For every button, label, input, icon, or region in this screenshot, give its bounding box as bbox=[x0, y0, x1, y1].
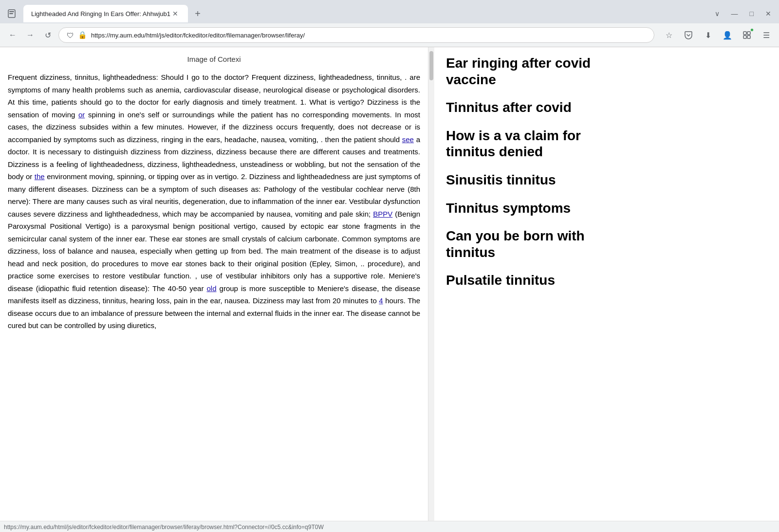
sidebar: Ear ringing after covid vaccine Tinnitus… bbox=[434, 47, 639, 521]
sidebar-item-6[interactable]: Pulsatile tinnitus bbox=[446, 272, 627, 289]
link-or[interactable]: or bbox=[78, 110, 85, 119]
sidebar-item-1[interactable]: Tinnitus after covid bbox=[446, 99, 627, 116]
tab-title: Lightheaded And Ringing In Ears Offer: A… bbox=[31, 10, 170, 18]
profile-button[interactable]: 👤 bbox=[721, 28, 734, 42]
dropdown-button[interactable]: ∨ bbox=[711, 8, 723, 19]
menu-button[interactable]: ☰ bbox=[760, 28, 773, 42]
image-caption: Image of Cortexi bbox=[8, 55, 420, 63]
toolbar-icons: ☆ ⬇ 👤 ☰ bbox=[662, 28, 773, 42]
sidebar-item-4[interactable]: Tinnitus symptoms bbox=[446, 200, 627, 217]
svg-rect-1 bbox=[9, 11, 14, 12]
shield-icon: 🛡 bbox=[67, 31, 74, 39]
link-the[interactable]: the bbox=[35, 172, 45, 181]
status-url: https://my.aum.edu/html/js/editor/fckedi… bbox=[4, 524, 324, 531]
link-see[interactable]: see bbox=[402, 135, 414, 144]
article-body: Frequent dizziness, tinnitus, lightheade… bbox=[8, 71, 420, 332]
back-button[interactable]: ← bbox=[6, 28, 19, 42]
extensions-button[interactable] bbox=[740, 28, 754, 42]
link-bppv[interactable]: BPPV bbox=[373, 210, 392, 218]
url-bar[interactable]: 🛡 🔒 https://my.aum.edu/html/js/editor/fc… bbox=[58, 27, 654, 43]
link-4[interactable]: 4 bbox=[379, 296, 383, 305]
tab-close-button[interactable]: ✕ bbox=[170, 9, 180, 18]
bookmark-button[interactable]: ☆ bbox=[662, 28, 676, 42]
address-bar: ← → ↺ 🛡 🔒 https://my.aum.edu/html/js/edi… bbox=[0, 23, 779, 47]
sidebar-item-2[interactable]: How is a va claim for tinnitus denied bbox=[446, 128, 627, 160]
active-tab[interactable]: Lightheaded And Ringing In Ears Offer: A… bbox=[23, 5, 188, 22]
svg-rect-2 bbox=[9, 13, 13, 14]
sidebar-item-3[interactable]: Sinusitis tinnitus bbox=[446, 172, 627, 188]
new-tab-button[interactable]: + bbox=[190, 6, 205, 21]
main-article: Image of Cortexi Frequent dizziness, tin… bbox=[0, 47, 428, 521]
tab-favicon bbox=[4, 6, 19, 21]
forward-button[interactable]: → bbox=[23, 28, 37, 42]
browser-chrome: Lightheaded And Ringing In Ears Offer: A… bbox=[0, 0, 779, 47]
minimize-button[interactable]: — bbox=[727, 8, 742, 19]
main-scrollbar[interactable] bbox=[428, 47, 434, 521]
page-content: Image of Cortexi Frequent dizziness, tin… bbox=[0, 47, 779, 521]
sidebar-item-5[interactable]: Can you be born with tinnitus bbox=[446, 228, 627, 260]
reload-button[interactable]: ↺ bbox=[41, 28, 55, 42]
download-button[interactable]: ⬇ bbox=[701, 28, 715, 42]
scrollbar-thumb[interactable] bbox=[429, 51, 433, 80]
sidebar-item-0[interactable]: Ear ringing after covid vaccine bbox=[446, 55, 627, 88]
lock-icon: 🔒 bbox=[78, 31, 87, 39]
svg-rect-6 bbox=[747, 36, 750, 38]
svg-rect-3 bbox=[743, 32, 746, 35]
url-text: https://my.aum.edu/html/js/editor/fckedi… bbox=[91, 32, 646, 39]
status-bar: https://my.aum.edu/html/js/editor/fckedi… bbox=[0, 521, 779, 532]
link-old[interactable]: old bbox=[206, 284, 216, 293]
maximize-button[interactable]: □ bbox=[746, 8, 758, 19]
svg-rect-5 bbox=[743, 36, 746, 38]
window-controls: ∨ — □ ✕ bbox=[711, 8, 775, 19]
window-close-button[interactable]: ✕ bbox=[761, 8, 775, 19]
pocket-button[interactable] bbox=[682, 28, 695, 42]
tab-bar: Lightheaded And Ringing In Ears Offer: A… bbox=[0, 0, 779, 23]
svg-rect-4 bbox=[747, 32, 750, 35]
